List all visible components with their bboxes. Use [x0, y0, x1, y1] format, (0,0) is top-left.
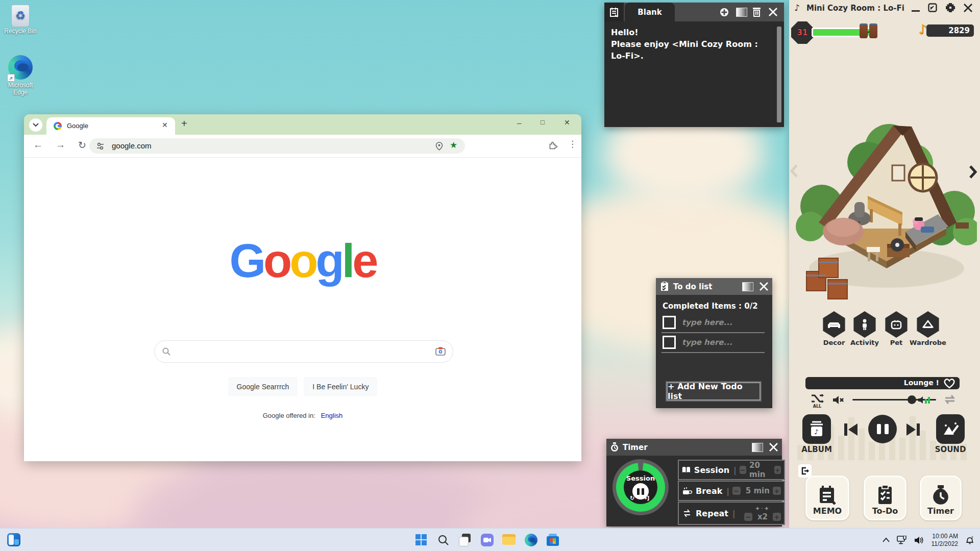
window-maximize-button[interactable]: □ [541, 118, 545, 126]
tab-close-icon[interactable]: ✕ [162, 121, 168, 129]
memo-line: Hello! [611, 27, 772, 38]
browser-tab[interactable]: Google ✕ [46, 117, 175, 135]
feeling-lucky-button[interactable]: I Be Feelin' Lucky [304, 377, 377, 396]
desktop-icon-edge[interactable]: ↗ Microsoft Edge [1, 53, 40, 96]
address-bar[interactable]: google.com ★ [89, 138, 465, 154]
wardrobe-button[interactable] [916, 311, 940, 338]
todo-item[interactable]: type here... [663, 316, 765, 329]
exit-room-button[interactable] [798, 464, 812, 478]
plus-button[interactable]: + [773, 487, 781, 495]
notification-bell-icon[interactable]: z [965, 535, 975, 545]
pet-button[interactable] [884, 311, 909, 338]
memo-body[interactable]: Hello! Please enjoy <Mini Cozy Room : Lo… [604, 21, 784, 62]
menu-dots-icon[interactable]: ⋮ [568, 139, 577, 149]
opacity-icon[interactable] [736, 8, 747, 17]
timer-repeat-row: Repeat | ✦·✦ − x2 + [678, 502, 785, 525]
language-link[interactable]: English [321, 412, 343, 419]
room-next-arrow-icon[interactable] [969, 165, 977, 179]
url-text[interactable]: google.com [112, 141, 152, 150]
opacity-icon[interactable] [752, 443, 763, 452]
previous-track-icon[interactable] [843, 422, 859, 437]
repeat-pips-icon: ✦·✦ [755, 505, 770, 512]
album-button[interactable]: ♪ [802, 414, 831, 444]
timer-tool-button[interactable]: Timer [920, 475, 962, 520]
loop-icon[interactable] [943, 394, 957, 405]
close-icon[interactable] [964, 4, 972, 12]
todo-checkbox[interactable] [663, 316, 676, 329]
minus-button[interactable]: − [732, 487, 741, 495]
start-button[interactable] [414, 533, 428, 546]
reload-icon[interactable]: ↻ [78, 139, 86, 151]
settings-gear-icon[interactable] [945, 3, 955, 13]
minimize-icon[interactable] [912, 10, 920, 12]
memo-titlebar[interactable]: Blank [604, 3, 784, 21]
plus-button[interactable]: + [773, 513, 781, 521]
tab-search-button[interactable] [29, 118, 42, 132]
bookmark-star-icon[interactable]: ★ [450, 140, 457, 151]
add-todo-button[interactable]: + Add New Todo list [667, 382, 761, 400]
timer-titlebar[interactable]: Timer [606, 439, 782, 456]
timer-exit-icon[interactable]: →] [642, 495, 649, 502]
todo-titlebar[interactable]: To do list [656, 278, 772, 295]
todo-tool-button[interactable]: To-Do [864, 475, 906, 520]
todo-checkbox[interactable] [663, 336, 676, 349]
capture-icon[interactable] [928, 3, 937, 12]
room-prev-arrow-icon[interactable] [790, 164, 798, 178]
volume-tray-icon[interactable] [914, 536, 924, 544]
trash-icon[interactable] [752, 7, 761, 17]
taskbar-clock[interactable]: 10:00 AM 11/2/2022 [932, 533, 959, 548]
widgets-button[interactable] [7, 533, 20, 546]
close-icon[interactable] [760, 282, 768, 291]
activity-button[interactable] [852, 311, 877, 338]
timer-restart-icon[interactable]: ↻ [630, 495, 634, 502]
close-icon[interactable] [769, 8, 777, 16]
todo-item-placeholder[interactable]: type here... [682, 318, 732, 327]
person-icon [861, 319, 868, 330]
google-search-button[interactable]: Google Searrrch [228, 377, 298, 396]
memo-tool-button[interactable]: MEMO [805, 475, 849, 520]
extensions-icon[interactable] [549, 141, 558, 151]
network-icon[interactable] [897, 536, 907, 544]
window-minimize-button[interactable]: – [517, 118, 521, 127]
minus-button[interactable]: − [740, 466, 746, 474]
pause-button[interactable] [868, 415, 897, 443]
sound-button[interactable] [936, 414, 965, 444]
desktop-icon-recycle-bin[interactable]: ♻ Recycle Bin [1, 4, 40, 35]
volume-slider-knob[interactable] [908, 395, 916, 404]
memo-scrollbar[interactable] [777, 27, 781, 122]
forward-icon[interactable]: → [56, 139, 65, 151]
chat-button[interactable] [480, 533, 494, 546]
search-input[interactable] [154, 340, 453, 363]
memo-notepad-icon [604, 3, 624, 21]
memo-tab[interactable]: Blank [625, 3, 675, 21]
add-memo-icon[interactable] [720, 8, 729, 17]
decor-button[interactable] [822, 311, 846, 338]
location-icon[interactable] [435, 142, 443, 151]
opacity-icon[interactable] [742, 282, 753, 291]
heart-icon[interactable] [943, 378, 955, 389]
next-track-icon[interactable] [905, 422, 921, 437]
edge-taskbar-button[interactable] [524, 533, 537, 546]
file-explorer-button[interactable] [502, 533, 516, 546]
camera-search-icon[interactable] [435, 347, 446, 356]
level-badge: 31 [791, 21, 814, 44]
taskbar-search-button[interactable] [436, 533, 450, 546]
minus-button[interactable]: − [744, 513, 752, 521]
plus-button[interactable]: + [774, 466, 781, 474]
todo-item-placeholder[interactable]: type here... [682, 338, 732, 347]
soundscape-icon [942, 421, 959, 437]
cozy-titlebar[interactable]: ♪ Mini Cozy Room : Lo-Fi [789, 0, 980, 17]
mute-icon[interactable] [832, 395, 844, 405]
close-icon[interactable] [769, 443, 778, 452]
back-icon[interactable]: ← [33, 139, 43, 151]
todo-item[interactable]: type here... [663, 336, 765, 349]
new-tab-button[interactable]: + [181, 118, 187, 130]
shuffle-button[interactable]: ALL [811, 393, 824, 409]
store-button[interactable] [546, 533, 559, 546]
tune-icon[interactable] [96, 142, 104, 150]
tray-chevron-icon[interactable] [883, 538, 890, 542]
task-view-button[interactable] [458, 533, 472, 546]
barrels-icon[interactable] [860, 23, 877, 38]
playlist-banner[interactable]: Lounge ! [805, 377, 960, 389]
window-close-button[interactable]: ✕ [564, 118, 570, 127]
